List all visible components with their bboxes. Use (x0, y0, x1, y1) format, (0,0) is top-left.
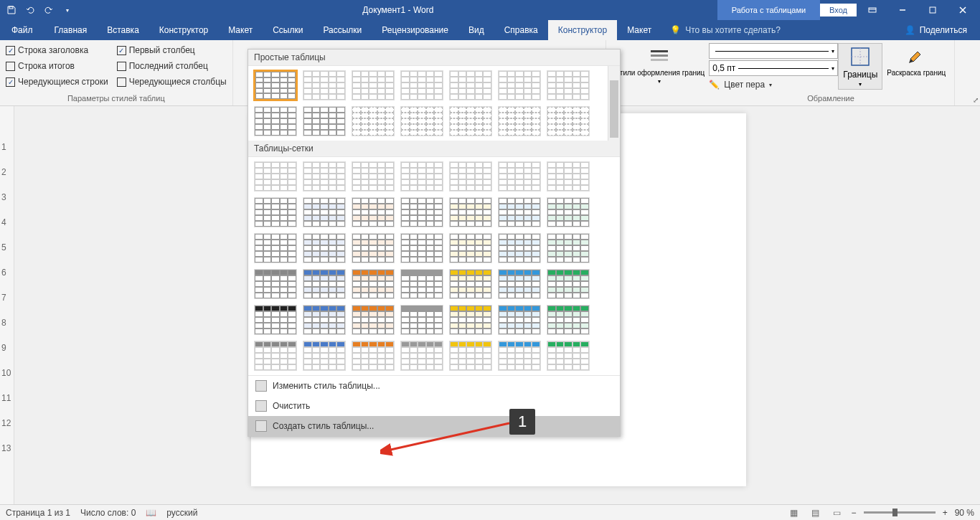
table-style-thumb[interactable] (547, 269, 590, 299)
table-style-thumb[interactable] (303, 233, 346, 263)
undo-icon[interactable] (22, 1, 39, 19)
table-style-thumb[interactable] (449, 269, 492, 299)
print-layout-icon[interactable]: ▤ (809, 507, 823, 519)
table-style-thumb[interactable] (400, 341, 443, 371)
login-button[interactable]: Вход (820, 4, 857, 16)
table-style-thumb[interactable] (352, 161, 395, 192)
table-style-thumb[interactable] (400, 269, 443, 299)
table-style-thumb[interactable] (547, 106, 590, 136)
table-style-thumb[interactable] (547, 305, 590, 335)
vertical-ruler[interactable]: 123 456 789 101112 13 (0, 106, 14, 504)
table-style-thumb[interactable] (498, 161, 541, 192)
table-style-thumb[interactable] (303, 70, 346, 100)
modify-style-item[interactable]: Изменить стиль таблицы... (248, 376, 620, 396)
table-style-thumb[interactable] (303, 305, 346, 335)
line-weight-dropdown[interactable]: 0,5 пт▾ (709, 60, 838, 76)
table-style-thumb[interactable] (498, 341, 541, 371)
zoom-in-icon[interactable]: + (943, 508, 948, 518)
table-style-thumb[interactable] (254, 269, 297, 299)
table-style-thumb[interactable] (498, 197, 541, 227)
table-style-thumb[interactable] (449, 305, 492, 335)
table-style-thumb[interactable] (449, 161, 492, 192)
tab-insert[interactable]: Вставка (97, 20, 149, 40)
table-style-thumb[interactable] (352, 106, 395, 136)
tab-review[interactable]: Рецензирование (372, 20, 458, 40)
status-words[interactable]: Число слов: 0 (80, 508, 136, 518)
save-icon[interactable] (3, 1, 20, 19)
table-style-thumb[interactable] (449, 70, 492, 100)
border-painter-button[interactable]: Раскраска границ (882, 43, 950, 78)
table-style-thumb[interactable] (303, 106, 346, 136)
table-style-thumb[interactable] (400, 70, 443, 100)
maximize-icon[interactable] (918, 0, 947, 20)
share-button[interactable]: 👤 Поделиться (892, 20, 980, 40)
table-style-thumb[interactable] (254, 341, 297, 371)
borders-button[interactable]: Границы▾ (838, 43, 882, 90)
line-style-dropdown[interactable]: ▾ (709, 43, 838, 59)
table-style-thumb[interactable] (498, 70, 541, 100)
table-style-thumb[interactable] (449, 197, 492, 227)
table-style-thumb[interactable] (498, 106, 541, 136)
chk-total-row[interactable]: Строка итогов (6, 59, 108, 73)
tab-table-layout[interactable]: Макет (617, 20, 661, 40)
table-style-thumb[interactable] (254, 233, 297, 263)
table-style-thumb[interactable] (352, 341, 395, 371)
status-language[interactable]: русский (166, 508, 197, 518)
pen-color-button[interactable]: ✏️ Цвет пера ▾ (709, 77, 838, 92)
table-style-thumb[interactable] (547, 70, 590, 100)
tell-me-search[interactable]: 💡 Что вы хотите сделать? (661, 20, 789, 40)
chk-last-col[interactable]: Последний столбец (117, 59, 227, 73)
collapse-ribbon-icon[interactable]: ⤢ (973, 96, 979, 104)
table-style-thumb[interactable] (303, 197, 346, 227)
tab-references[interactable]: Ссылки (263, 20, 313, 40)
table-style-thumb[interactable] (547, 161, 590, 192)
table-style-thumb[interactable] (449, 233, 492, 263)
table-style-thumb[interactable] (400, 161, 443, 192)
table-style-thumb[interactable] (254, 161, 297, 192)
close-icon[interactable] (948, 0, 977, 20)
table-style-thumb[interactable] (254, 70, 297, 100)
table-style-thumb[interactable] (449, 106, 492, 136)
table-style-thumb[interactable] (498, 233, 541, 263)
table-style-thumb[interactable] (400, 106, 443, 136)
minimize-icon[interactable] (888, 0, 917, 20)
table-style-thumb[interactable] (303, 269, 346, 299)
table-style-thumb[interactable] (400, 233, 443, 263)
table-style-thumb[interactable] (352, 233, 395, 263)
tab-design[interactable]: Конструктор (149, 20, 218, 40)
read-mode-icon[interactable]: ▦ (787, 507, 801, 519)
chk-header-row[interactable]: ✓Строка заголовка (6, 43, 108, 57)
table-style-thumb[interactable] (498, 269, 541, 299)
redo-icon[interactable] (40, 1, 57, 19)
ribbon-options-icon[interactable] (858, 0, 887, 20)
tab-mailings[interactable]: Рассылки (313, 20, 372, 40)
table-style-thumb[interactable] (352, 305, 395, 335)
table-style-thumb[interactable] (254, 305, 297, 335)
zoom-level[interactable]: 90 % (955, 508, 974, 518)
tab-home[interactable]: Главная (44, 20, 98, 40)
tab-layout[interactable]: Макет (218, 20, 263, 40)
gallery-scrollbar[interactable] (608, 66, 620, 141)
table-style-thumb[interactable] (352, 197, 395, 227)
tab-table-design[interactable]: Конструктор (548, 20, 617, 40)
chk-banded-cols[interactable]: Чередующиеся столбцы (117, 75, 227, 89)
tab-help[interactable]: Справка (494, 20, 548, 40)
table-style-thumb[interactable] (400, 305, 443, 335)
qat-dropdown-icon[interactable]: ▾ (59, 1, 76, 19)
zoom-slider[interactable] (864, 511, 936, 514)
zoom-out-icon[interactable]: − (852, 508, 857, 518)
table-style-thumb[interactable] (449, 341, 492, 371)
table-style-thumb[interactable] (352, 269, 395, 299)
clear-style-item[interactable]: Очистить (248, 396, 620, 416)
table-style-thumb[interactable] (254, 197, 297, 227)
table-style-thumb[interactable] (547, 341, 590, 371)
table-style-thumb[interactable] (400, 197, 443, 227)
table-style-thumb[interactable] (254, 106, 297, 136)
status-page[interactable]: Страница 1 из 1 (6, 508, 70, 518)
chk-banded-rows[interactable]: ✓Чередующиеся строки (6, 75, 108, 89)
web-layout-icon[interactable]: ▭ (830, 507, 844, 519)
table-style-thumb[interactable] (303, 161, 346, 192)
tab-file[interactable]: Файл (0, 20, 44, 40)
chk-first-col[interactable]: ✓Первый столбец (117, 43, 227, 57)
spellcheck-icon[interactable]: 📖 (146, 508, 156, 518)
